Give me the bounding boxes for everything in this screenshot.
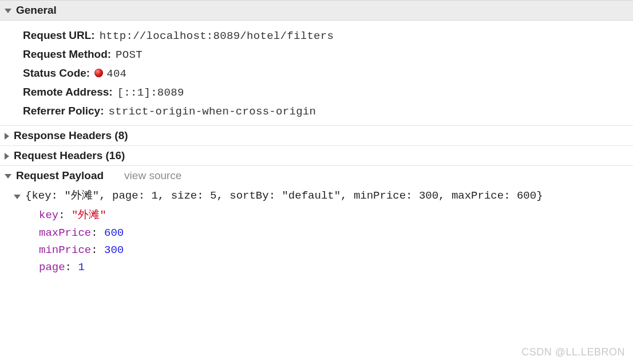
disclosure-triangle-icon (14, 195, 21, 199)
section-header-general[interactable]: General (0, 0, 633, 21)
payload-entry-value: 1 (78, 261, 84, 274)
section-header-response-headers[interactable]: Response Headers (8) (0, 126, 633, 145)
disclosure-triangle-icon (5, 133, 9, 140)
status-code-text: 404 (106, 68, 126, 80)
payload-entry-key: page (39, 261, 65, 274)
kv-row-remote-address: Remote Address: [::1]:8089 (0, 83, 633, 102)
payload-entry-row: minPrice: 300 (14, 242, 633, 259)
kv-row-referrer-policy: Referrer Policy: strict-origin-when-cros… (0, 102, 633, 121)
payload-entry-row: page: 1 (14, 259, 633, 276)
status-dot-icon (94, 69, 103, 77)
payload-summary-row[interactable]: {key: "外滩", page: 1, size: 5, sortBy: "d… (14, 185, 633, 205)
view-source-link[interactable]: view source (124, 169, 181, 182)
kv-value: 404 (94, 68, 126, 80)
section-header-request-payload[interactable]: Request Payload view source (0, 166, 633, 185)
payload-entry-row: key: "外滩" (14, 205, 633, 224)
kv-row-request-url: Request URL: http://localhost:8089/hotel… (0, 26, 633, 45)
section-body-general: Request URL: http://localhost:8089/hotel… (0, 21, 633, 125)
payload-entry-value: "外滩" (72, 207, 106, 222)
section-title: Request Headers (16) (14, 149, 125, 162)
payload-entry-row: maxPrice: 600 (14, 224, 633, 242)
payload-summary: {key: "外滩", page: 1, size: 5, sortBy: "d… (25, 188, 543, 203)
kv-label: Request URL: (23, 29, 95, 42)
payload-entry-value: 300 (104, 244, 124, 256)
payload-entry-key: maxPrice (39, 227, 91, 239)
disclosure-triangle-icon (5, 153, 9, 160)
section-title: General (16, 4, 57, 17)
section-header-request-headers[interactable]: Request Headers (16) (0, 146, 633, 165)
disclosure-triangle-icon (5, 9, 11, 13)
payload-entry-key: minPrice (39, 244, 91, 256)
kv-value: http://localhost:8089/hotel/filters (100, 30, 334, 42)
kv-value: [::1]:8089 (117, 86, 184, 99)
watermark-text: CSDN @LL.LEBRON (521, 346, 625, 358)
kv-row-request-method: Request Method: POST (0, 45, 633, 64)
section-title: Response Headers (8) (14, 129, 128, 142)
section-title: Request Payload (16, 169, 104, 182)
section-body-request-payload: {key: "外滩", page: 1, size: 5, sortBy: "d… (0, 185, 633, 276)
kv-value: strict-origin-when-cross-origin (109, 105, 316, 118)
payload-entry-value: 600 (104, 227, 124, 239)
kv-label: Request Method: (23, 48, 111, 61)
disclosure-triangle-icon (5, 174, 11, 179)
kv-row-status-code: Status Code: 404 (0, 64, 633, 83)
kv-value: POST (116, 49, 143, 61)
kv-label: Referrer Policy: (23, 105, 104, 117)
payload-entry-key: key (39, 209, 58, 221)
kv-label: Status Code: (23, 67, 90, 80)
kv-label: Remote Address: (23, 86, 113, 98)
